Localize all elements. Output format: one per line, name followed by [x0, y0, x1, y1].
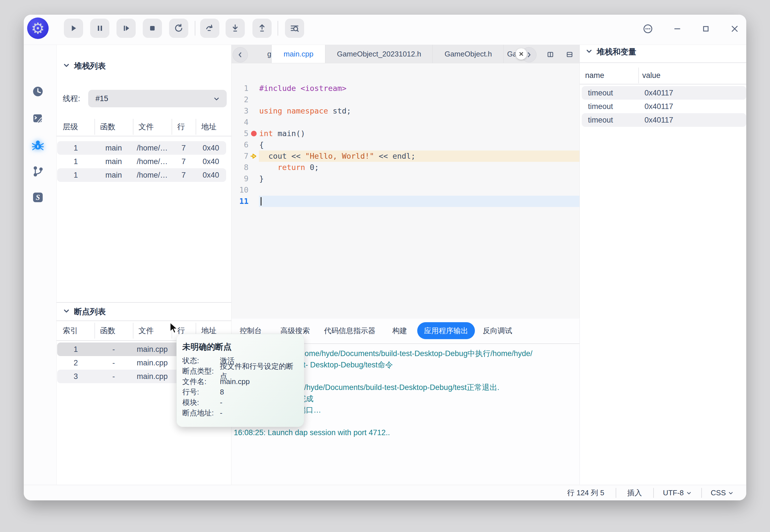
continue-button[interactable] [64, 19, 83, 38]
stack-cell-0: 1 [57, 171, 94, 180]
stack-cell-2: /home/… [133, 144, 171, 152]
breakpoint-cell-2: main.cpp [133, 345, 171, 354]
variable-name: timeout [582, 116, 638, 125]
code-token: return [259, 163, 305, 172]
chevron-down-icon [686, 490, 692, 496]
step-out-button[interactable] [253, 19, 272, 38]
step-over-button[interactable] [200, 19, 219, 38]
search-filter-button[interactable] [285, 19, 304, 38]
more-options-button[interactable] [642, 23, 654, 35]
editor-tab-main-cpp[interactable]: main.cpp [271, 45, 334, 63]
tooltip-field-value: - [220, 409, 300, 417]
stack-cell-1: main [94, 144, 133, 152]
tabs-scroll-left-button[interactable] [233, 47, 248, 62]
output-tab-4[interactable]: 构建 [386, 322, 414, 339]
current-line-highlight [259, 196, 580, 207]
code-line-3[interactable]: 3using namespace std; [232, 105, 580, 117]
breakpoints-section-header[interactable]: 断点列表 [63, 306, 106, 317]
code-line-11[interactable]: 11 [232, 196, 580, 207]
breakpoint-cell-0: 3 [57, 372, 94, 381]
tooltip-field-label: 文件名: [182, 377, 220, 387]
code-line-7[interactable]: 7 cout << "Hello, World!" << endl; [232, 151, 580, 162]
divider [580, 62, 746, 63]
code-line-1[interactable]: 1#include <iostream> [232, 83, 580, 94]
step-into-button[interactable] [226, 19, 245, 38]
statusbar-language-dropdown[interactable]: CSS [709, 485, 735, 500]
code-line-8[interactable]: 8 return 0; [232, 162, 580, 173]
tooltip-field-label: 行号: [182, 387, 220, 397]
stack-row[interactable]: 1main/home/…70x40 [57, 141, 226, 155]
chevron-down-icon [63, 62, 70, 71]
code-token: cout << [259, 152, 305, 160]
stack-table-header: 层级函数文件行地址 [57, 119, 226, 135]
breakpoint-dot-icon[interactable] [250, 128, 258, 139]
statusbar-cursor-position[interactable]: 行 124 列 5 [565, 485, 606, 500]
tooltip-field: 行号:8 [182, 387, 300, 397]
chevron-left-icon [237, 51, 244, 58]
stop-button[interactable] [143, 19, 162, 38]
output-tab-3[interactable]: 代码信息指示器 [317, 322, 382, 339]
line-number: 5 [232, 128, 249, 139]
variable-row[interactable]: timeout0x40117 [582, 86, 746, 100]
code-line-9[interactable]: 9} [232, 173, 580, 184]
code-token: } [259, 174, 264, 183]
pause-button[interactable] [90, 19, 109, 38]
statusbar: 行 124 列 5 插入 UTF-8 CSS [24, 485, 746, 500]
console-line: 16:08:25: Launch dap session with port 4… [234, 428, 390, 437]
split-vertical-button[interactable] [545, 49, 556, 60]
execution-arrow-icon[interactable] [250, 151, 258, 162]
code-token: #include <iostream> [259, 84, 347, 93]
history-clock-icon[interactable] [32, 85, 44, 98]
app-logo-icon: ⚙ [27, 18, 49, 39]
line-number: 7 [232, 151, 249, 162]
code-token: << endl; [374, 152, 415, 160]
code-text: int main() [259, 128, 305, 139]
divider [56, 136, 231, 136]
variable-row[interactable]: timeout0x40117 [582, 100, 746, 113]
stack-col-3: 行 [171, 119, 196, 135]
tab-close-button[interactable] [515, 48, 527, 60]
toolbar-separator [195, 21, 195, 36]
stack-row[interactable]: 1main/home/…70x40 [57, 168, 226, 182]
thread-row: 线程: #15 [63, 90, 227, 108]
maximize-button[interactable] [700, 23, 712, 35]
statusbar-insert-mode[interactable]: 插入 [626, 485, 644, 500]
editor-tab-gameobject[interactable]: GameObject.h [432, 45, 504, 63]
stack-row[interactable]: 1main/home/…70x40 [57, 155, 226, 168]
step-run-button[interactable] [116, 19, 136, 38]
restart-button[interactable] [169, 19, 188, 38]
output-tab-5[interactable]: 应用程序输出 [417, 322, 475, 339]
variable-value: 0x40117 [638, 116, 746, 125]
close-button[interactable] [728, 23, 741, 35]
code-editor: g main.cpp GameObject_20231012.h GameObj… [232, 45, 580, 319]
more-options-icon [642, 23, 654, 34]
step-over-icon [205, 23, 215, 33]
code-line-6[interactable]: 6{ [232, 139, 580, 151]
terminal-edit-icon[interactable] [32, 112, 44, 125]
debug-bug-icon[interactable] [32, 139, 44, 151]
code-line-5[interactable]: 5int main() [232, 128, 580, 139]
code-line-10[interactable]: 10 [232, 184, 580, 196]
variable-row[interactable]: timeout0x40117 [582, 113, 746, 127]
tooltip-fields: 状态:激活断点类型:按文件和行号设定的断点文件名:main.cpp行号:8模块:… [182, 356, 300, 418]
output-tab-6[interactable]: 反向调试 [476, 322, 519, 339]
step-out-icon [257, 23, 267, 33]
line-number: 10 [232, 184, 249, 196]
statusbar-encoding-dropdown[interactable]: UTF-8 [661, 485, 693, 500]
code-line-4[interactable]: 4 [232, 117, 580, 128]
s-logo-icon[interactable]: S [32, 191, 44, 204]
minimize-button[interactable] [671, 23, 684, 35]
breakpoint-tooltip: 未明确的断点 状态:激活断点类型:按文件和行号设定的断点文件名:main.cpp… [176, 334, 304, 427]
stack-cell-4: 0x40 [196, 157, 226, 166]
code-line-2[interactable]: 2 [232, 94, 580, 105]
split-horizontal-button[interactable] [564, 49, 575, 60]
code-token: int [259, 129, 273, 138]
thread-dropdown[interactable]: #15 [88, 90, 227, 107]
variables-section-header[interactable]: 堆栈和变量 [586, 47, 636, 57]
stack-section-header[interactable]: 堆栈列表 [63, 61, 106, 71]
maximize-icon [700, 23, 712, 34]
breakpoint-cell-2: main.cpp [133, 372, 171, 381]
editor-tab-gameobject-20231012[interactable]: GameObject_20231012.h [325, 45, 433, 63]
code-area[interactable]: 1#include <iostream>23using namespace st… [232, 63, 580, 319]
git-branch-icon[interactable] [32, 165, 44, 178]
